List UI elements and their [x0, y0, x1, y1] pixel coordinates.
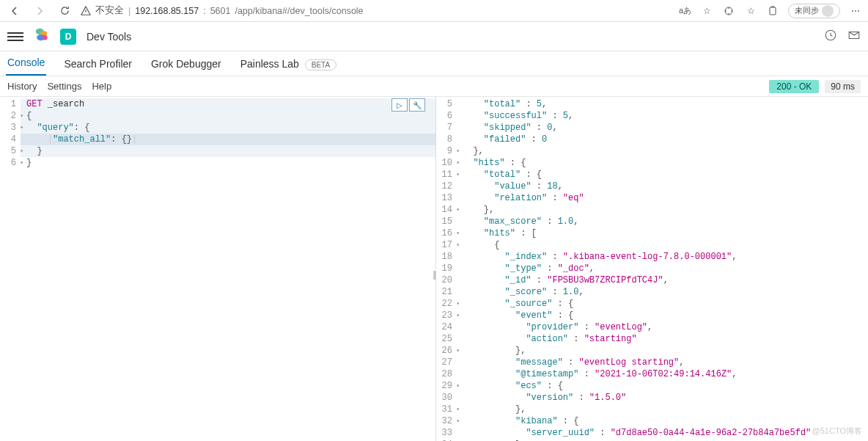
avatar-icon [822, 5, 834, 17]
response-pane: 5678910111213141516171819202122232425262… [436, 97, 868, 441]
tab-console[interactable]: Console [6, 57, 46, 76]
timing-badge: 90 ms [825, 80, 861, 93]
newsfeed-icon[interactable] [824, 29, 837, 44]
url-port: 5601 [210, 6, 231, 16]
response-viewer[interactable]: 5678910111213141516171819202122232425262… [436, 97, 868, 441]
tab-grok-debugger[interactable]: Grok Debugger [150, 58, 223, 76]
elastic-logo-icon[interactable] [34, 26, 50, 46]
browser-toolbar: 不安全 | 192.168.85.157:5601/app/kibana#/de… [0, 0, 868, 22]
run-button[interactable]: ▷ [391, 98, 408, 112]
app-badge: D [60, 29, 76, 45]
collections-icon[interactable] [766, 4, 779, 18]
beta-badge: BETA [305, 59, 336, 70]
settings-link[interactable]: Settings [47, 81, 81, 92]
favorites-bar-icon[interactable]: ☆ [744, 4, 757, 18]
sync-button[interactable]: 未同步 [788, 4, 840, 18]
console-split: 123456 GET _search{ "query": { |"match_a… [0, 97, 868, 441]
svg-rect-1 [770, 7, 776, 15]
extension-icon[interactable] [722, 4, 735, 18]
more-icon[interactable]: ⋯ [849, 4, 862, 18]
back-button[interactable] [6, 2, 23, 20]
page-title: Dev Tools [87, 31, 131, 43]
refresh-button[interactable] [56, 2, 73, 20]
app-header: D Dev Tools [0, 22, 868, 51]
insecure-icon [81, 6, 91, 16]
url-path: /app/kibana#/dev_tools/console [235, 6, 363, 16]
forward-button[interactable] [31, 2, 48, 20]
url-host: 192.168.85.157 [135, 6, 199, 16]
tab-painless-lab[interactable]: Painless Lab BETA [239, 58, 338, 76]
console-menu: History Settings Help 200 - OK 90 ms [0, 76, 868, 97]
nav-menu-button[interactable] [7, 29, 23, 45]
mail-icon[interactable] [847, 29, 861, 44]
request-editor[interactable]: 123456 GET _search{ "query": { |"match_a… [0, 97, 435, 441]
help-link[interactable]: Help [92, 81, 111, 92]
favorite-icon[interactable]: ☆ [700, 4, 713, 18]
svg-point-5 [43, 35, 48, 40]
status-badge: 200 - OK [769, 80, 819, 93]
tab-search-profiler[interactable]: Search Profiler [62, 58, 133, 76]
request-options-button[interactable]: 🔧 [409, 98, 425, 112]
tab-strip: Console Search Profiler Grok Debugger Pa… [0, 51, 868, 76]
address-bar[interactable]: 不安全 | 192.168.85.157:5601/app/kibana#/de… [81, 4, 672, 17]
history-link[interactable]: History [7, 81, 37, 92]
request-pane: 123456 GET _search{ "query": { |"match_a… [0, 97, 436, 441]
translate-icon[interactable]: aあ [679, 5, 691, 16]
insecure-label: 不安全 [95, 4, 124, 17]
